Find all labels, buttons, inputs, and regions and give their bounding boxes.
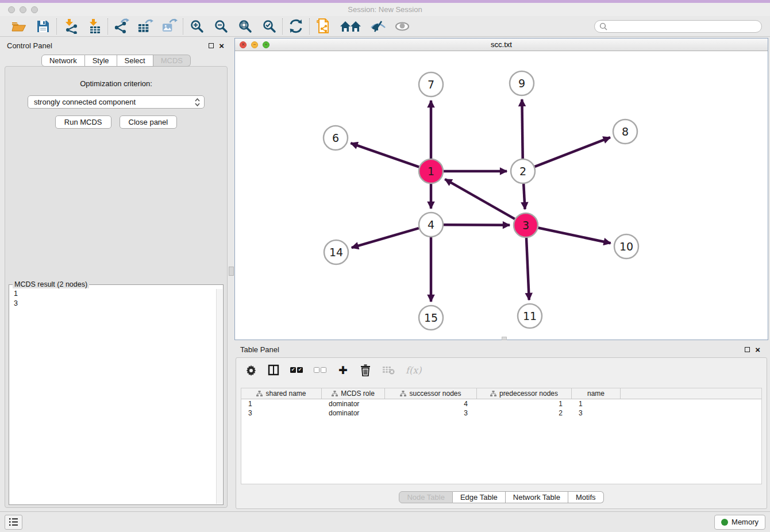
- graph-edge-3-1[interactable]: [445, 179, 515, 219]
- tab-node-table[interactable]: Node Table: [399, 491, 453, 503]
- close-panel-button[interactable]: Close panel: [120, 115, 178, 129]
- graph-edge-4-14[interactable]: [352, 228, 419, 248]
- column-header-shared-name[interactable]: shared name: [241, 388, 322, 399]
- table-cell[interactable]: 1: [241, 399, 322, 408]
- graph-edge-3-10[interactable]: [538, 228, 611, 244]
- close-panel-icon[interactable]: ×: [219, 43, 224, 49]
- import-table-icon[interactable]: [86, 18, 102, 34]
- import-network-icon[interactable]: [62, 18, 78, 34]
- table-settings-icon[interactable]: [245, 364, 257, 376]
- open-file-icon[interactable]: [11, 18, 27, 34]
- network-resize-grip[interactable]: [502, 337, 507, 340]
- graph-node-label-7: 7: [428, 78, 434, 91]
- graph-node-label-6: 6: [332, 132, 339, 144]
- select-all-rows-icon[interactable]: ✔✔: [290, 367, 303, 373]
- hierarchy-icon: [256, 391, 263, 396]
- float-table-panel-icon[interactable]: [745, 347, 750, 352]
- tab-network-table[interactable]: Network Table: [506, 491, 568, 503]
- graph-node-label-10: 10: [619, 240, 633, 253]
- graph-node-label-1: 1: [428, 165, 434, 178]
- network-canvas[interactable]: 7968124314101511: [235, 52, 768, 340]
- mcds-panel: Optimization criterion: strongly connect…: [5, 66, 228, 508]
- table-cell[interactable]: 3: [572, 408, 621, 418]
- save-session-icon[interactable]: [35, 18, 51, 34]
- column-header-MCDS-role[interactable]: MCDS role: [322, 388, 385, 399]
- table-cell[interactable]: 4: [385, 399, 477, 408]
- optimization-criterion-label: Optimization criterion:: [5, 79, 227, 88]
- control-panel-tabs: Network Style Select MCDS: [41, 55, 191, 67]
- show-panel-eye-icon[interactable]: [394, 18, 410, 34]
- graph-edge-4-3[interactable]: [444, 225, 510, 225]
- column-header-successor-nodes[interactable]: successor nodes: [385, 388, 477, 399]
- graph-edge-2-8[interactable]: [535, 137, 610, 167]
- hierarchy-icon: [400, 391, 406, 396]
- delete-table-icon[interactable]: [382, 365, 395, 375]
- column-header-name[interactable]: name: [572, 388, 621, 399]
- search-input[interactable]: [594, 20, 762, 33]
- table-row[interactable]: 1dominator411: [241, 399, 761, 408]
- node-table: shared nameMCDS rolesuccessor nodesprede…: [241, 388, 762, 484]
- network-window-titlebar[interactable]: ✕ − + scc.txt: [235, 38, 768, 51]
- search-icon: [599, 22, 607, 30]
- graph-edge-1-6[interactable]: [351, 143, 419, 167]
- table-cell[interactable]: 3: [385, 408, 477, 418]
- graph-node-label-2: 2: [519, 165, 526, 178]
- tab-mcds[interactable]: MCDS: [153, 55, 191, 67]
- column-header-predecessor-nodes[interactable]: predecessor nodes: [477, 388, 572, 399]
- refresh-layout-icon[interactable]: [288, 18, 304, 34]
- numbered-list-icon: [9, 518, 18, 526]
- graph-edge-2-9[interactable]: [522, 99, 522, 159]
- control-panel: Control Panel × Network Style Select MCD…: [0, 37, 232, 511]
- table-toolbar: ✔✔ ✚ f(x): [236, 358, 767, 382]
- hierarchy-icon: [332, 391, 338, 396]
- table-cell[interactable]: dominator: [322, 408, 385, 418]
- table-cell[interactable]: dominator: [322, 399, 385, 408]
- graph-edge-2-3[interactable]: [523, 184, 525, 209]
- deselect-all-rows-icon[interactable]: [314, 367, 326, 373]
- tab-network[interactable]: Network: [41, 55, 85, 67]
- network-from-file-icon[interactable]: [315, 18, 331, 34]
- zoom-in-icon[interactable]: [188, 18, 205, 34]
- main-area: Control Panel × Network Style Select MCD…: [0, 37, 770, 511]
- graph-edge-3-11[interactable]: [526, 238, 529, 300]
- zoom-selected-icon[interactable]: [261, 18, 277, 34]
- zoom-out-icon[interactable]: [213, 18, 229, 34]
- status-bar: Memory: [0, 511, 770, 532]
- table-cell[interactable]: 3: [241, 408, 322, 418]
- splitter-grip[interactable]: [229, 267, 234, 276]
- table-cell[interactable]: 1: [572, 399, 621, 408]
- result-scrollbar[interactable]: [216, 289, 222, 504]
- show-column-icon[interactable]: [268, 364, 279, 376]
- criterion-dropdown[interactable]: strongly connected component: [28, 95, 205, 109]
- hide-panel-eye-icon[interactable]: [370, 18, 386, 34]
- add-row-icon[interactable]: ✚: [337, 365, 349, 376]
- function-builder-icon[interactable]: f(x): [406, 365, 421, 376]
- export-network-icon[interactable]: [113, 18, 129, 34]
- table-row[interactable]: 3dominator323: [241, 408, 761, 418]
- close-table-panel-icon[interactable]: ×: [755, 346, 760, 353]
- run-mcds-button[interactable]: Run MCDS: [55, 115, 111, 129]
- export-table-icon[interactable]: [137, 18, 153, 34]
- window-title: Session: New Session: [0, 5, 770, 14]
- memory-button[interactable]: Memory: [714, 515, 765, 530]
- graph-node-label-3: 3: [522, 219, 529, 232]
- mcds-result-list: 13: [9, 288, 223, 309]
- mcds-result-node: 1: [14, 289, 218, 299]
- mcds-result-node: 3: [14, 299, 218, 309]
- tab-select[interactable]: Select: [117, 55, 153, 67]
- table-cell[interactable]: 2: [477, 408, 572, 418]
- delete-row-icon[interactable]: [360, 364, 371, 376]
- float-panel-icon[interactable]: [209, 43, 214, 48]
- tab-style[interactable]: Style: [85, 55, 117, 67]
- tab-edge-table[interactable]: Edge Table: [453, 491, 506, 503]
- tab-motifs[interactable]: Motifs: [568, 491, 604, 503]
- network-graph: 7968124314101511: [235, 52, 768, 341]
- home-icon[interactable]: [339, 18, 362, 34]
- table-cell[interactable]: 1: [477, 399, 572, 408]
- graph-node-label-11: 11: [523, 310, 537, 322]
- export-image-icon[interactable]: [161, 18, 178, 34]
- mcds-result-box: MCDS result (2 nodes) 13: [9, 280, 224, 505]
- zoom-fit-icon[interactable]: [237, 18, 253, 34]
- task-history-button[interactable]: [5, 515, 22, 530]
- network-window-title: scc.txt: [235, 40, 768, 49]
